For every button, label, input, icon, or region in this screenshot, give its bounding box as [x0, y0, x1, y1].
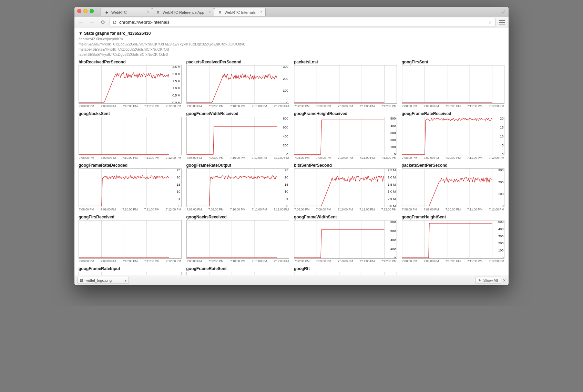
- download-item[interactable]: 🖻 vidtel_logo.png ▾: [77, 277, 129, 284]
- x-tick: 7:08:00 PM: [79, 104, 94, 108]
- x-tick: 7:10:00 PM: [446, 259, 461, 263]
- close-window-icon[interactable]: [77, 9, 81, 13]
- forward-button[interactable]: →: [88, 18, 96, 27]
- x-tick: 7:08:00 PM: [187, 259, 202, 263]
- x-tick: 7:11:00 PM: [252, 208, 267, 211]
- svg-text:600: 600: [283, 126, 288, 129]
- chart-x-axis: 7:08:00 PM7:09:00 PM7:10:00 PM7:11:00 PM…: [402, 208, 505, 211]
- x-tick: 7:12:00 PM: [489, 208, 504, 211]
- x-tick: 7:08:00 PM: [187, 104, 202, 108]
- svg-text:200: 200: [498, 180, 503, 184]
- svg-text:800: 800: [390, 220, 396, 224]
- chart-plot: [294, 65, 397, 104]
- chart-x-axis: 7:08:00 PM7:09:00 PM7:10:00 PM7:11:00 PM…: [186, 259, 289, 263]
- toolbar: ← → ⟳ 🗋 chrome://webrtc-internals ☆: [74, 17, 509, 28]
- close-tab-icon[interactable]: ×: [260, 10, 263, 14]
- chart-googFrameRateSent: googFrameRateSent05: [186, 266, 289, 275]
- close-shelf-icon[interactable]: ×: [503, 278, 506, 283]
- svg-text:600: 600: [390, 229, 396, 233]
- chart-plot: 10: [294, 272, 397, 275]
- bookmark-star-icon[interactable]: ☆: [488, 19, 492, 25]
- x-tick: 7:11:00 PM: [467, 208, 482, 211]
- x-tick: 7:11:00 PM: [359, 259, 375, 263]
- chart-x-axis: 7:08:00 PM7:09:00 PM7:10:00 PM7:11:00 PM…: [294, 259, 397, 263]
- x-tick: 7:11:00 PM: [252, 259, 267, 263]
- fullscreen-icon[interactable]: ⤢: [502, 9, 506, 14]
- x-tick: 7:09:00 PM: [101, 259, 116, 263]
- close-tab-icon[interactable]: ×: [209, 10, 211, 14]
- chart-packetsReceivedPerSecond: packetsReceivedPerSecond01002003007:08:0…: [186, 60, 289, 108]
- chart-title: googFrameWidthSent: [294, 215, 397, 219]
- x-tick: 7:10:00 PM: [230, 104, 245, 108]
- browser-window: ◆ WebRTC × 🗎 WebRTC Reference App × 🗎 We…: [74, 7, 509, 285]
- tab-webrtc[interactable]: ◆ WebRTC ×: [101, 8, 152, 16]
- svg-text:400: 400: [390, 238, 396, 241]
- svg-text:100: 100: [390, 146, 396, 149]
- chart-title: packetsLost: [294, 60, 397, 64]
- back-button[interactable]: ←: [76, 18, 85, 27]
- chrome-menu-button[interactable]: [498, 20, 507, 25]
- svg-text:5: 5: [502, 144, 503, 147]
- x-tick: 7:12:00 PM: [274, 208, 289, 211]
- charts-grid: bitsReceivedPerSecond0.0 M0.5 M1.0 M1.5 …: [79, 60, 504, 275]
- minimize-window-icon[interactable]: [83, 9, 88, 13]
- x-tick: 7:10:00 PM: [446, 104, 461, 108]
- x-tick: 7:09:00 PM: [424, 104, 439, 108]
- tab-webrtc-internals[interactable]: 🗎 WebRTC Internals ×: [214, 8, 266, 16]
- x-tick: 7:10:00 PM: [122, 259, 137, 263]
- chart-x-axis: 7:08:00 PM7:09:00 PM7:10:00 PM7:11:00 PM…: [79, 259, 182, 263]
- svg-text:200: 200: [283, 77, 288, 81]
- tab-reference-app[interactable]: 🗎 WebRTC Reference App ×: [152, 8, 214, 16]
- x-tick: 7:10:00 PM: [230, 156, 245, 159]
- chart-plot: 0200400600800: [186, 117, 289, 155]
- x-tick: 7:12:00 PM: [274, 156, 289, 159]
- chart-title: googFrameHeightSent: [402, 215, 505, 219]
- x-tick: 7:10:00 PM: [230, 259, 245, 263]
- chart-plot: [186, 220, 289, 259]
- x-tick: 7:11:00 PM: [359, 208, 375, 211]
- x-tick: 7:08:00 PM: [79, 259, 94, 263]
- svg-text:300: 300: [390, 131, 396, 135]
- chart-googFrameWidthReceived: googFrameWidthReceived02004006008007:08:…: [186, 111, 289, 159]
- x-tick: 7:09:00 PM: [101, 156, 116, 159]
- x-tick: 7:08:00 PM: [294, 104, 309, 108]
- show-all-downloads-button[interactable]: ⬇ Show All: [475, 277, 501, 284]
- x-tick: 7:08:00 PM: [79, 156, 94, 159]
- chart-plot: [402, 65, 505, 104]
- svg-text:0: 0: [502, 256, 503, 259]
- chart-plot: [79, 220, 182, 259]
- svg-text:1.5 M: 1.5 M: [388, 183, 396, 186]
- zoom-window-icon[interactable]: [90, 9, 94, 13]
- svg-text:300: 300: [283, 65, 288, 69]
- meta-msid: msid:6E9laEYkyxlkTCxDgc82ZGoEhICfxNuCKrO…: [79, 42, 504, 47]
- tabs-container: ◆ WebRTC × 🗎 WebRTC Reference App × 🗎 We…: [101, 8, 265, 16]
- x-tick: 7:12:00 PM: [489, 259, 504, 263]
- chart-x-axis: 7:08:00 PM7:09:00 PM7:10:00 PM7:11:00 PM…: [294, 104, 397, 108]
- x-tick: 7:10:00 PM: [338, 259, 353, 263]
- chart-x-axis: 7:08:00 PM7:09:00 PM7:10:00 PM7:11:00 PM…: [294, 156, 397, 159]
- x-tick: 7:12:00 PM: [381, 208, 396, 211]
- x-tick: 7:09:00 PM: [316, 208, 331, 211]
- x-tick: 7:09:00 PM: [208, 156, 224, 159]
- chart-bitsSentPerSecond: bitsSentPerSecond0.0 M0.5 M1.0 M1.5 M2.0…: [294, 163, 397, 211]
- svg-text:5: 5: [286, 197, 288, 201]
- reload-button[interactable]: ⟳: [99, 18, 108, 27]
- svg-text:0: 0: [502, 153, 503, 155]
- address-bar[interactable]: 🗋 chrome://webrtc-internals ☆: [110, 18, 495, 27]
- svg-text:25: 25: [285, 169, 288, 172]
- chart-packetsLost: packetsLost7:08:00 PM7:09:00 PM7:10:00 P…: [294, 60, 397, 108]
- chevron-down-icon[interactable]: ▾: [125, 279, 126, 282]
- close-tab-icon[interactable]: ×: [147, 10, 149, 14]
- svg-text:15: 15: [177, 183, 180, 186]
- chart-title: googFrameWidthReceived: [186, 111, 289, 116]
- svg-text:0: 0: [286, 153, 288, 155]
- section-header[interactable]: ▼ Stats graphs for ssrc_4136526430: [79, 31, 504, 36]
- x-tick: 7:11:00 PM: [359, 156, 375, 159]
- chart-googFrameRateDecoded: googFrameRateDecoded05101520257:08:00 PM…: [79, 163, 182, 211]
- x-tick: 7:10:00 PM: [122, 104, 137, 108]
- chart-title: googFrameRateInput: [79, 266, 182, 271]
- svg-text:10: 10: [285, 190, 288, 194]
- chart-x-axis: 7:08:00 PM7:09:00 PM7:10:00 PM7:11:00 PM…: [79, 104, 182, 108]
- svg-text:100: 100: [498, 249, 503, 252]
- disclosure-triangle-icon: ▼: [79, 31, 83, 36]
